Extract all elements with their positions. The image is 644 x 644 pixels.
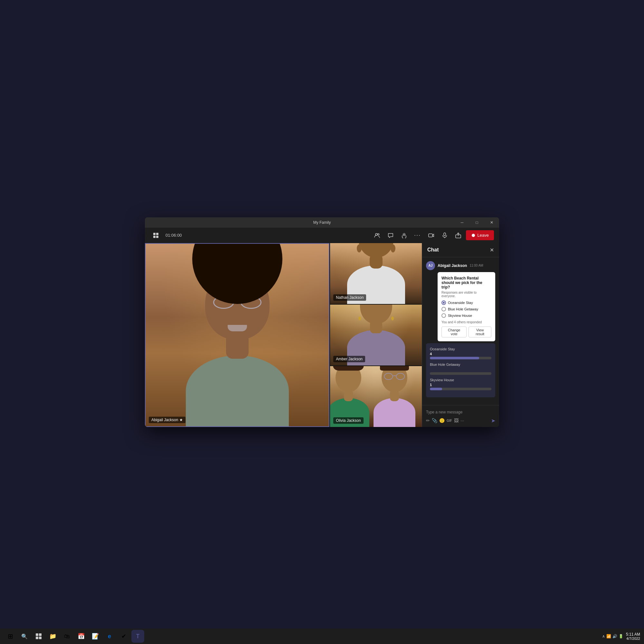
chat-header: Chat ✕ xyxy=(422,243,499,257)
result-skyview: Skyview House 1 xyxy=(430,378,491,390)
chat-toolbar-icons: ✏ 📎 🙂 GIF 🖼 ··· ➤ xyxy=(426,418,495,424)
more-button[interactable]: ··· xyxy=(412,230,423,241)
result-oceanside: Oceanside Stay 4 xyxy=(430,347,491,359)
message-time: 11:00 AM xyxy=(469,264,483,267)
chat-input-placeholder[interactable]: Type a new message xyxy=(426,409,495,416)
edge-button[interactable]: e xyxy=(103,630,116,643)
battery-icon: 🔋 xyxy=(619,634,623,639)
svg-rect-0 xyxy=(153,233,156,235)
amber-name-tag: Amber Jackson xyxy=(333,356,365,362)
maximize-button[interactable]: □ xyxy=(469,217,484,228)
result-skyview-bar-bg xyxy=(430,388,491,390)
poll-option-oceanside[interactable]: Oceanside Stay xyxy=(441,300,491,305)
message-abigail: AJ Abigail Jackson 11:00 AM Which Beach … xyxy=(426,261,495,397)
chat-button[interactable] xyxy=(385,230,396,241)
result-oceanside-count: 4 xyxy=(430,352,491,356)
grid-view-button[interactable] xyxy=(150,230,162,241)
result-skyview-bar-fill xyxy=(430,388,442,390)
send-button[interactable]: ➤ xyxy=(491,418,495,424)
poll-radio-bluehole[interactable] xyxy=(441,307,446,311)
result-bluehole-count xyxy=(430,367,491,371)
mic-button[interactable] xyxy=(439,230,450,241)
file-explorer-button[interactable]: 📁 xyxy=(46,630,59,643)
poll-responded-count: You and 4 others responded xyxy=(441,320,491,324)
camera-button[interactable] xyxy=(425,230,437,241)
svg-rect-12 xyxy=(36,637,38,639)
svg-rect-7 xyxy=(444,233,446,236)
network-icon: 📶 xyxy=(606,634,611,639)
toolbar-left: 01:06:00 xyxy=(150,230,182,241)
clock[interactable]: 5:11 AM 4/7/2022 xyxy=(626,632,640,640)
main-content: Abigail Jackson ★ xyxy=(145,243,499,427)
taskbar-right: ∧ 📶 🔊 🔋 5:11 AM 4/7/2022 xyxy=(602,632,640,640)
result-skyview-count: 1 xyxy=(430,383,491,387)
tray-expand-button[interactable]: ∧ xyxy=(602,634,605,639)
poll-option-bluehole[interactable]: Blue Hole Getaway xyxy=(441,307,491,311)
todo-button[interactable]: ✔ xyxy=(117,630,130,643)
result-oceanside-label: Oceanside Stay xyxy=(430,347,491,351)
window-title: My Family xyxy=(313,220,331,225)
main-video-abigail: Abigail Jackson ★ xyxy=(145,243,329,427)
leave-button[interactable]: Leave xyxy=(466,230,494,240)
chat-title: Chat xyxy=(427,247,439,253)
results-card: Oceanside Stay 4 Blue Hole Getaway xyxy=(426,343,495,397)
close-button[interactable]: ✕ xyxy=(484,217,499,228)
side-video-nathan: Nathan Jackson xyxy=(330,243,422,304)
search-button[interactable]: 🔍 xyxy=(18,630,31,643)
more-options-button[interactable]: ··· xyxy=(460,418,464,423)
title-bar: My Family ─ □ ✕ xyxy=(145,217,499,228)
result-bluehole-bar-bg xyxy=(430,372,491,375)
calendar-button[interactable]: 📅 xyxy=(75,630,88,643)
desktop: My Family ─ □ ✕ 01:06:00 xyxy=(0,0,644,644)
result-oceanside-bar-fill xyxy=(430,357,479,359)
start-button[interactable]: ⊞ xyxy=(4,630,17,643)
task-view-button[interactable] xyxy=(32,630,45,643)
raise-hand-button[interactable] xyxy=(398,230,410,241)
poll-option-skyview[interactable]: Skyview House xyxy=(441,313,491,318)
result-bluehole: Blue Hole Getaway xyxy=(430,363,491,375)
gif-button[interactable]: GIF xyxy=(447,419,452,422)
teams-taskbar-button[interactable]: T xyxy=(131,630,144,643)
share-button[interactable] xyxy=(452,230,464,241)
svg-rect-10 xyxy=(36,633,38,636)
microsoft-store-button[interactable]: 🛍 xyxy=(61,630,73,643)
abigail-video-bg xyxy=(146,244,329,426)
poll-radio-oceanside[interactable] xyxy=(441,300,446,305)
svg-rect-6 xyxy=(429,234,432,237)
sticky-notes-button[interactable]: 📝 xyxy=(89,630,102,643)
poll-subtitle: Responses are visible to everyone. xyxy=(441,291,491,298)
result-bluehole-label: Blue Hole Getaway xyxy=(430,363,491,366)
poll-option-label-bluehole: Blue Hole Getaway xyxy=(448,307,478,311)
toolbar: 01:06:00 xyxy=(145,228,499,243)
result-skyview-label: Skyview House xyxy=(430,378,491,382)
chat-close-button[interactable]: ✕ xyxy=(490,247,494,253)
side-video-amber: Amber Jackson xyxy=(330,305,422,365)
participants-button[interactable] xyxy=(371,230,383,241)
video-area: Abigail Jackson ★ xyxy=(145,243,422,427)
volume-icon: 🔊 xyxy=(612,634,617,639)
attach-button[interactable]: 📎 xyxy=(432,418,437,423)
emoji-button[interactable]: 🙂 xyxy=(439,418,445,423)
system-tray: ∧ 📶 🔊 🔋 xyxy=(602,634,623,639)
format-text-button[interactable]: ✏ xyxy=(426,418,430,423)
poll-radio-skyview[interactable] xyxy=(441,313,446,318)
message-sender: Abigail Jackson xyxy=(438,263,467,268)
title-bar-controls: ─ □ ✕ xyxy=(455,217,499,228)
minimize-button[interactable]: ─ xyxy=(455,217,469,228)
result-oceanside-bar-bg xyxy=(430,357,491,359)
avatar-abigail: AJ xyxy=(426,261,435,270)
chat-panel: Chat ✕ AJ Abigail Jackson 11:00 AM xyxy=(422,243,499,427)
poll-question: Which Beach Rental should we pick for th… xyxy=(441,276,491,289)
view-result-button[interactable]: View result xyxy=(469,327,491,337)
side-video-olivia: Olivia Jackson xyxy=(330,366,422,427)
teams-window: My Family ─ □ ✕ 01:06:00 xyxy=(145,217,499,427)
svg-rect-2 xyxy=(153,236,156,238)
poll-option-label-oceanside: Oceanside Stay xyxy=(448,301,473,305)
chat-input-area: Type a new message ✏ 📎 🙂 GIF 🖼 ··· ➤ xyxy=(422,405,499,427)
side-videos: Nathan Jackson xyxy=(330,243,422,427)
olivia-name-tag: Olivia Jackson xyxy=(333,417,363,424)
svg-rect-11 xyxy=(39,633,42,636)
change-vote-button[interactable]: Change vote xyxy=(441,327,467,337)
poll-option-label-skyview: Skyview House xyxy=(448,314,472,317)
sticker-button[interactable]: 🖼 xyxy=(454,418,459,423)
